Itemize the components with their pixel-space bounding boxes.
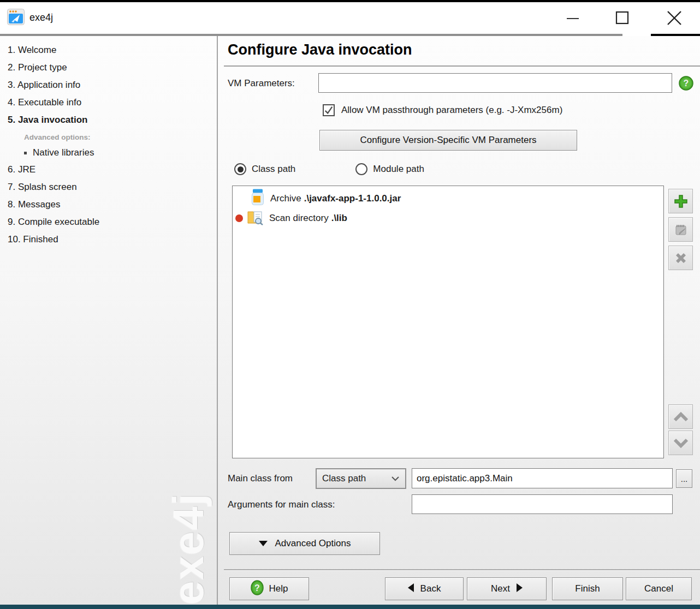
jar-archive-icon: [251, 189, 265, 208]
dropdown-value: Class path: [322, 473, 366, 484]
vm-parameters-label: VM Parameters:: [228, 78, 295, 89]
triangle-down-icon: [259, 538, 268, 549]
main-class-source-dropdown[interactable]: Class path: [316, 468, 406, 489]
svg-text:?: ?: [684, 79, 689, 88]
sidebar-item-label: Native libraries: [33, 145, 94, 161]
folder-scan-icon: [247, 208, 265, 228]
help-button[interactable]: ? Help: [229, 577, 309, 600]
exe4j-window: exe4j 1. Welcome 2. Project type 3. Appl…: [0, 0, 700, 609]
sidebar-item-jre[interactable]: 6. JRE: [8, 161, 210, 178]
back-button-label: Back: [420, 583, 441, 594]
move-up-button[interactable]: [668, 404, 693, 429]
main-class-input[interactable]: [412, 468, 673, 488]
exe4j-watermark: exe4j: [164, 493, 213, 605]
list-item-scan-directory[interactable]: Scan directory .\lib: [233, 208, 663, 228]
list-item-archive[interactable]: Archive .\javafx-app-1-1.0.0.jar: [233, 189, 663, 208]
help-button-label: Help: [269, 583, 288, 594]
advanced-options-label: Advanced Options: [275, 538, 351, 549]
chevron-down-icon: [391, 473, 400, 484]
minimize-button[interactable]: [556, 2, 589, 34]
arrow-left-icon: [408, 583, 414, 595]
close-button[interactable]: [658, 2, 691, 34]
sidebar-item-native-libraries[interactable]: Native libraries: [8, 145, 210, 161]
help-icon: ?: [251, 580, 264, 598]
move-down-button[interactable]: [668, 431, 693, 455]
next-button-label: Next: [491, 583, 510, 594]
advanced-options-button[interactable]: Advanced Options: [229, 532, 380, 555]
main-class-from-label: Main class from: [228, 473, 293, 484]
window-bottom-bar: [0, 605, 700, 609]
module-path-radio[interactable]: [355, 163, 367, 175]
configure-version-specific-vm-parameters-button[interactable]: Configure Version-Specific VM Parameters: [319, 130, 577, 151]
bullet-icon: [24, 152, 27, 154]
class-path-radio-label: Class path: [252, 164, 295, 175]
sidebar-item-compile-executable[interactable]: 9. Compile executable: [8, 213, 210, 231]
exe4j-app-icon: [7, 9, 25, 25]
footer-separator: [224, 569, 700, 570]
cancel-button[interactable]: Cancel: [626, 577, 692, 600]
page-title: Configure Java invocation: [228, 41, 412, 58]
arguments-input[interactable]: [412, 494, 673, 514]
class-path-radio[interactable]: [234, 163, 246, 175]
sidebar-item-project-type[interactable]: 2. Project type: [8, 59, 210, 76]
window-title: exe4j: [29, 12, 53, 23]
list-item-path: .\lib: [331, 213, 347, 224]
vm-parameters-input[interactable]: [318, 73, 672, 93]
help-icon[interactable]: ?: [679, 76, 693, 91]
sidebar-item-messages[interactable]: 8. Messages: [8, 196, 210, 213]
add-classpath-entry-button[interactable]: [668, 189, 693, 213]
radio-selected-dot: [238, 166, 244, 172]
delete-classpath-entry-button[interactable]: [668, 246, 693, 270]
vm-passthrough-checkbox[interactable]: [323, 104, 335, 116]
maximize-button[interactable]: [606, 2, 639, 34]
arguments-label: Arguments for main class:: [228, 499, 335, 510]
list-item-path: .\javafx-app-1-1.0.0.jar: [304, 193, 401, 204]
list-item-type: Archive: [270, 193, 301, 204]
wizard-steps-sidebar: 1. Welcome 2. Project type 3. Applicatio…: [0, 36, 217, 605]
sidebar-item-java-invocation[interactable]: 5. Java invocation: [8, 111, 210, 129]
titlebar[interactable]: exe4j: [0, 2, 700, 34]
sidebar-item-application-info[interactable]: 3. Application info: [8, 76, 210, 94]
wizard-body: 1. Welcome 2. Project type 3. Applicatio…: [0, 36, 700, 605]
vm-passthrough-label: Allow VM passthrough parameters (e.g. -J…: [341, 105, 562, 116]
sidebar-item-welcome[interactable]: 1. Welcome: [8, 41, 210, 59]
title-separator: [224, 65, 700, 67]
sidebar-item-finished[interactable]: 10. Finished: [8, 231, 210, 248]
edit-classpath-entry-button[interactable]: [668, 217, 693, 242]
classpath-list[interactable]: Archive .\javafx-app-1-1.0.0.jar: [232, 186, 664, 458]
arrow-right-icon: [517, 583, 523, 595]
sidebar-item-executable-info[interactable]: 4. Executable info: [8, 94, 210, 111]
sidebar-item-splash-screen[interactable]: 7. Splash screen: [8, 178, 210, 196]
module-path-radio-label: Module path: [373, 164, 424, 175]
finish-button[interactable]: Finish: [552, 577, 623, 600]
next-button[interactable]: Next: [467, 577, 547, 600]
java-invocation-panel: Configure Java invocation VM Parameters:…: [218, 36, 700, 605]
browse-main-class-button[interactable]: ...: [676, 469, 692, 488]
sidebar-advanced-options-label: Advanced options:: [8, 130, 210, 145]
svg-text:?: ?: [254, 583, 260, 593]
list-item-type: Scan directory: [269, 213, 329, 224]
back-button[interactable]: Back: [385, 577, 464, 600]
red-marker-icon: [235, 214, 243, 222]
